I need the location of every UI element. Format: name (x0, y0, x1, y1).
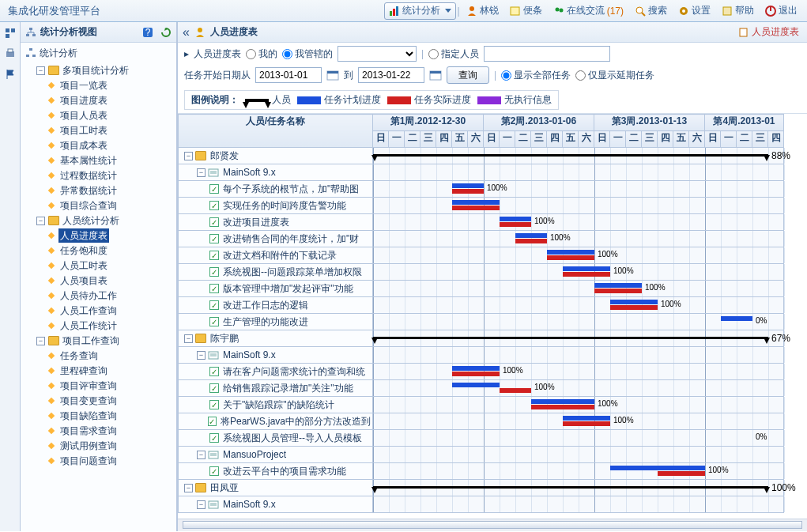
gantt-week-header: 第1周.2012-12-30 (373, 115, 484, 131)
stats-analysis-dropdown[interactable]: 统计分析 (384, 2, 456, 20)
flag-icon[interactable] (4, 68, 17, 81)
radio-managed[interactable]: 我管辖的 (282, 47, 333, 61)
tree-leaf[interactable]: 人员项目表 (47, 274, 109, 288)
gantt-row-name[interactable]: −陈宇鹏 (179, 330, 372, 346)
tree-leaf[interactable]: 项目人员表 (47, 108, 109, 123)
gantt-row-name[interactable]: ✓改进云平台中的项目需求功能 (179, 463, 372, 479)
gantt-row-name[interactable]: ✓实现任务的时间跨度告警功能 (179, 198, 372, 213)
calendar-icon[interactable] (326, 69, 339, 81)
tree-leaf[interactable]: 测试用例查询 (47, 439, 119, 453)
search-button[interactable]: 搜索 (630, 2, 672, 20)
gantt-row-name[interactable]: −MainSoft 9.x (179, 347, 372, 363)
tree-leaf[interactable]: 项目综合查询 (47, 198, 119, 213)
tree-leaf[interactable]: 人员工作统计 (47, 319, 119, 333)
gantt-row-name[interactable]: ✓关于"缺陷跟踪"的缺陷统计 (179, 397, 372, 413)
radio-mine[interactable]: 我的 (246, 47, 277, 61)
tree-leaf[interactable]: 项目一览表 (47, 78, 109, 92)
svg-point-6 (559, 8, 563, 12)
tree-group[interactable]: −多项目统计分析 (36, 63, 130, 77)
collapse-icon[interactable]: − (184, 152, 193, 160)
exit-button[interactable]: 退出 (760, 2, 802, 20)
collapse-icon[interactable]: − (197, 500, 206, 509)
gantt-row-name[interactable]: ✓将PearWS.java中的部分方法改造到 (179, 413, 372, 429)
collapse-icon[interactable]: − (197, 351, 206, 360)
calendar-icon[interactable] (429, 69, 442, 81)
gantt-row-name[interactable]: −MainSoft 9.x (179, 496, 372, 512)
tree-root[interactable]: 统计分析 (25, 46, 79, 60)
tree-leaf[interactable]: 项目需求查询 (47, 424, 119, 438)
tree-leaf[interactable]: 项目缺陷查询 (47, 409, 119, 423)
gantt-row-name[interactable]: ✓改进文档和附件的下载记录 (179, 247, 372, 263)
radio-show-delayed[interactable]: 仅显示延期任务 (575, 69, 654, 82)
tree-leaf[interactable]: 异常数据统计 (47, 183, 119, 198)
tree-leaf[interactable]: 项目变更查询 (47, 394, 119, 408)
tree-toggle-icon[interactable] (4, 27, 17, 40)
back-arrows-icon[interactable] (183, 25, 190, 40)
gantt-row-name[interactable]: ✓生产管理的功能改进 (179, 314, 372, 330)
gantt-day-header: 六 (579, 131, 594, 148)
gantt-row-name[interactable]: ✓请在客户问题需求统计的查询和统 (179, 364, 372, 379)
query-button[interactable]: 查询 (447, 66, 489, 84)
legend-actual-swatch (387, 96, 411, 104)
tree-leaf[interactable]: 任务查询 (47, 349, 100, 363)
nav-tree[interactable]: 统计分析−多项目统计分析项目一览表项目进度表项目人员表项目工时表项目成本表基本属… (25, 46, 175, 468)
left-gutter (0, 22, 21, 531)
tree-leaf[interactable]: 项目评审查询 (47, 379, 119, 393)
tree-leaf[interactable]: 项目成本表 (47, 138, 109, 153)
tree-leaf[interactable]: 项目进度表 (47, 93, 109, 108)
date-to-label: 到 (344, 69, 353, 82)
date-from-input[interactable] (255, 67, 322, 83)
tree-leaf[interactable]: 人员待办工作 (47, 289, 119, 303)
refresh-icon[interactable] (160, 27, 172, 38)
gantt-row-name[interactable]: ✓版本管理中增加"发起评审"功能 (179, 281, 372, 296)
gantt-day-header: 三 (642, 131, 658, 148)
gantt-row-name[interactable]: ✓改进工作日志的逻辑 (179, 297, 372, 313)
gantt-row-name[interactable]: ✓给销售跟踪记录增加"关注"功能 (179, 380, 372, 396)
tree-leaf[interactable]: 人员进度表 (47, 228, 109, 243)
settings-button[interactable]: 设置 (673, 2, 715, 20)
tree-group[interactable]: −人员统计分析 (36, 213, 121, 228)
specified-person-input[interactable] (484, 46, 610, 62)
tree-leaf[interactable]: 项目工时表 (47, 123, 109, 138)
user-button[interactable]: 林锐 (462, 2, 503, 20)
tree-leaf[interactable]: 项目问题查询 (47, 454, 119, 468)
collapse-icon[interactable]: − (197, 168, 206, 177)
horizontal-scrollbar[interactable] (178, 519, 807, 531)
tree-leaf[interactable]: 任务饱和度 (47, 243, 109, 258)
collapse-icon[interactable]: − (197, 451, 206, 459)
gantt-row-name[interactable]: ✓每个子系统的根节点，加"帮助图 (179, 181, 372, 197)
gantt-row-name[interactable]: −郎贤发 (179, 148, 372, 164)
check-icon: ✓ (208, 417, 217, 426)
sticky-note-button[interactable]: 便条 (505, 2, 547, 20)
svg-line-8 (642, 13, 645, 16)
tree-leaf[interactable]: 人员工作查询 (47, 304, 119, 318)
help-button[interactable]: 帮助 (717, 2, 759, 20)
gantt-day-header: 二 (515, 131, 531, 148)
gantt-day-header: 日 (373, 131, 389, 148)
gantt-row-name[interactable]: −MainSoft 9.x (179, 164, 372, 180)
tree-leaf[interactable]: 里程碑查询 (47, 364, 109, 378)
help-icon[interactable]: ? (142, 27, 153, 38)
collapse-icon[interactable]: − (184, 334, 193, 343)
date-to-input[interactable] (358, 67, 424, 83)
tree-leaf[interactable]: 过程数据统计 (47, 168, 119, 183)
gantt-row-name[interactable]: −MansuoProject (179, 447, 372, 462)
radio-show-all[interactable]: 显示全部任务 (501, 69, 571, 82)
active-doc-tab[interactable]: 人员进度表 (736, 25, 802, 39)
project-icon (208, 168, 219, 177)
print-icon[interactable] (4, 47, 17, 60)
managed-select[interactable] (338, 46, 417, 62)
gantt-row-name[interactable]: ✓改进项目进度表 (179, 214, 372, 230)
gantt-row-name[interactable]: −田凤亚 (179, 480, 372, 496)
radio-specified[interactable]: 指定人员 (428, 47, 479, 61)
folder-icon (195, 483, 206, 492)
gantt-row-name[interactable]: ✓改进销售合同的年度统计，加"财 (179, 231, 372, 247)
tree-group[interactable]: −项目工作查询 (36, 334, 121, 348)
content-pane: 人员进度表 人员进度表 ▸ 人员进度表 我的 我管辖的 | 指定人员 任务开始日… (177, 22, 807, 531)
tree-leaf[interactable]: 人员工时表 (47, 258, 109, 273)
gantt-row-name[interactable]: ✓系统视图--问题跟踪菜单增加权限 (179, 264, 372, 280)
gantt-row-name[interactable]: ✓系统视图人员管理--导入人员模板 (179, 430, 372, 446)
online-chat-button[interactable]: 在线交流(17) (549, 2, 628, 20)
tree-leaf[interactable]: 基本属性统计 (47, 153, 119, 168)
collapse-icon[interactable]: − (184, 484, 193, 492)
